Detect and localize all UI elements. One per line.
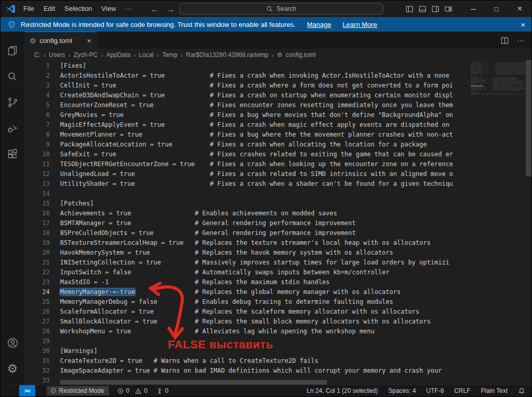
editor-line[interactable]: 21INISettingCollection = true # Massivel… bbox=[24, 258, 471, 268]
editor-line[interactable]: 18BSPreCulledObjects = true # General re… bbox=[24, 228, 471, 238]
menu-edit[interactable]: Edit bbox=[39, 1, 60, 17]
account-icon[interactable] bbox=[1, 330, 24, 356]
editor-line[interactable]: 22InputSwitch = false # Automatically sw… bbox=[24, 268, 471, 277]
banner-link-learn-more[interactable]: Learn More bbox=[342, 21, 377, 28]
editor-line[interactable]: 25MemoryManagerDebug = false # Enables d… bbox=[24, 297, 471, 307]
editor[interactable]: 1[Fixes]2ActorIsHostileToActor = true # … bbox=[24, 60, 471, 385]
menu-selection[interactable]: Selection bbox=[60, 1, 96, 17]
breadcrumb-item[interactable]: AppData bbox=[106, 51, 131, 58]
editor-line[interactable]: 27SmallBlockAllocator = true # Replaces … bbox=[24, 317, 471, 327]
minimap-content: [Fixes] ActorIsHostileToActor = true # F… bbox=[471, 61, 481, 95]
breadcrumb-item[interactable]: C: bbox=[34, 51, 40, 58]
cursor-position-status[interactable]: Ln 24, Col 1 (20 selected) bbox=[307, 387, 378, 394]
line-number: 17 bbox=[24, 218, 50, 228]
toggle-panel-icon[interactable] bbox=[419, 5, 426, 13]
encoding-status[interactable]: UTF-8 bbox=[426, 387, 444, 394]
minimap[interactable]: [Fixes] ActorIsHostileToActor = true # F… bbox=[471, 60, 525, 385]
line-content: MemoryManagerDebug = false # Enables deb… bbox=[60, 297, 393, 307]
line-number: 7 bbox=[24, 120, 50, 130]
editor-line[interactable]: 7MagicEffectApplyEvent = true # Fixes a … bbox=[24, 120, 471, 130]
search-input[interactable]: Search bbox=[179, 3, 383, 14]
search-sidebar-icon[interactable] bbox=[1, 64, 24, 90]
editor-line[interactable]: 12UnalignedLoad = true # Fixes a crash r… bbox=[24, 169, 471, 179]
window-close-button[interactable]: × bbox=[508, 1, 531, 17]
toggle-sidebar-icon[interactable] bbox=[406, 5, 413, 13]
menu-more[interactable]: ··· bbox=[121, 1, 137, 17]
status-bar: >< Restricted Mode 0 0 0 Ln 24, Col 1 (2… bbox=[1, 385, 531, 396]
editor-line[interactable]: 4CreateD3DAndSwapChain = true # Fixes a … bbox=[24, 91, 471, 100]
breadcrumb-item[interactable]: Rar$DIa13280.42868.rartemp bbox=[186, 51, 268, 58]
toggle-secondary-sidebar-icon[interactable] bbox=[432, 5, 439, 13]
breadcrumb-item[interactable]: Users bbox=[49, 51, 65, 58]
run-debug-icon[interactable] bbox=[1, 115, 24, 141]
line-content: [Patches] bbox=[60, 199, 94, 209]
breadcrumb-item[interactable]: Local bbox=[139, 51, 154, 58]
editor-line[interactable]: 16Achievements = true # Enables achievem… bbox=[24, 209, 471, 218]
editor-line[interactable]: 5EncounterZoneReset = true # Fixes encou… bbox=[24, 100, 471, 110]
indentation-status[interactable]: Spaces: 4 bbox=[388, 387, 415, 394]
editor-line[interactable]: 13UtilityShader = true # Fixes a crash w… bbox=[24, 179, 471, 189]
line-content: SafeExit = true # Fixes crashes related … bbox=[60, 150, 453, 159]
nav-back-icon[interactable]: ← bbox=[151, 5, 159, 13]
split-editor-icon[interactable] bbox=[501, 37, 509, 45]
radio-tower-icon bbox=[156, 388, 163, 394]
search-icon bbox=[266, 6, 273, 12]
editor-line[interactable]: 29 bbox=[24, 336, 471, 346]
editor-line[interactable]: 11TESObjectREFRGetEncounterZone = true #… bbox=[24, 159, 471, 169]
editor-line[interactable]: 30[Warnings] bbox=[24, 346, 471, 356]
shield-icon bbox=[8, 21, 16, 28]
breadcrumb-item[interactable]: Zych-PC bbox=[74, 51, 98, 58]
explorer-icon[interactable] bbox=[1, 38, 24, 64]
editor-line[interactable]: 15[Patches] bbox=[24, 199, 471, 209]
breadcrumb[interactable]: C:›Users›Zych-PC›AppData›Local›Temp›Rar$… bbox=[24, 50, 531, 60]
settings-gear-icon[interactable]: ⚙ bbox=[1, 356, 24, 381]
editor-line[interactable]: 24MemoryManager·=·true # Replaces the gl… bbox=[24, 287, 471, 297]
menu-view[interactable]: View bbox=[97, 1, 121, 17]
nav-forward-icon[interactable]: → bbox=[167, 5, 175, 13]
tab-config-toml[interactable]: ⚙ config.toml × bbox=[24, 32, 97, 50]
editor-line[interactable]: 19BSTextureStreamerLocalHeap = true # Re… bbox=[24, 238, 471, 248]
editor-line[interactable]: 17BSMTAManager = true # General renderin… bbox=[24, 218, 471, 228]
window-maximize-button[interactable]: □ bbox=[485, 1, 508, 17]
banner-close-icon[interactable]: × bbox=[521, 20, 525, 29]
editor-line[interactable]: 2ActorIsHostileToActor = true # Fixes a … bbox=[24, 71, 471, 81]
breadcrumb-item[interactable]: Temp bbox=[162, 51, 177, 58]
remote-indicator[interactable]: >< bbox=[19, 385, 35, 396]
banner-links: ManageLearn More bbox=[295, 21, 377, 28]
editor-line[interactable]: 26ScaleformAllocator = true # Replaces t… bbox=[24, 307, 471, 317]
editor-line[interactable]: 6GreyMovies = true # Fixes a bug where m… bbox=[24, 110, 471, 120]
problems-status[interactable]: 0 0 bbox=[117, 387, 147, 394]
editor-line[interactable]: 23MaxStdIO = -1 # Replaces the maximum s… bbox=[24, 277, 471, 287]
vertical-scrollbar[interactable] bbox=[525, 60, 532, 385]
menu-file[interactable]: File bbox=[19, 1, 39, 17]
ports-status[interactable]: 0 bbox=[156, 387, 169, 394]
line-number: 19 bbox=[24, 238, 50, 248]
line-content: [Warnings] bbox=[60, 346, 97, 356]
line-content: CreateD3DAndSwapChain = true # Fixes a c… bbox=[60, 91, 453, 100]
tab-close-icon[interactable]: × bbox=[87, 37, 91, 45]
editor-line[interactable]: 28WorkshopMenu = true # Alleviates lag w… bbox=[24, 327, 471, 336]
editor-line[interactable]: 32ImageSpaceAdapter = true # Warns on ba… bbox=[24, 366, 471, 376]
source-control-icon[interactable] bbox=[1, 90, 24, 115]
breadcrumb-item[interactable]: config.toml bbox=[285, 51, 315, 58]
customize-layout-icon[interactable] bbox=[444, 5, 452, 13]
restricted-mode-status[interactable]: Restricted Mode bbox=[47, 386, 109, 395]
window-minimize-button[interactable]: ─ bbox=[462, 1, 485, 17]
extensions-icon[interactable] bbox=[1, 141, 24, 167]
line-number: 3 bbox=[24, 81, 50, 91]
editor-line[interactable]: 3CellInit = true # Fixes a crash where a… bbox=[24, 81, 471, 91]
vscode-logo-icon bbox=[6, 4, 16, 13]
editor-line[interactable]: 14 bbox=[24, 189, 471, 199]
notifications-bell-icon[interactable] bbox=[518, 387, 525, 394]
editor-line[interactable]: 1[Fixes] bbox=[24, 61, 471, 71]
vertical-scrollbar-slider[interactable] bbox=[526, 60, 532, 177]
editor-line[interactable]: 8MovementPlanner = true # Fixes a bug wh… bbox=[24, 130, 471, 140]
editor-line[interactable]: 31CreateTexture2D = true # Warns when a … bbox=[24, 356, 471, 366]
editor-line[interactable]: 20HavokMemorySystem = true # Replaces th… bbox=[24, 248, 471, 258]
editor-line[interactable]: 10SafeExit = true # Fixes crashes relate… bbox=[24, 150, 471, 159]
editor-line[interactable]: 9PackageAllocateLocation = true # Fixes … bbox=[24, 140, 471, 150]
banner-link-manage[interactable]: Manage bbox=[307, 21, 331, 28]
editor-more-actions-icon[interactable]: ··· bbox=[517, 36, 524, 45]
eol-status[interactable]: CRLF bbox=[454, 387, 470, 394]
language-mode-status[interactable]: Plain Text bbox=[481, 387, 508, 394]
